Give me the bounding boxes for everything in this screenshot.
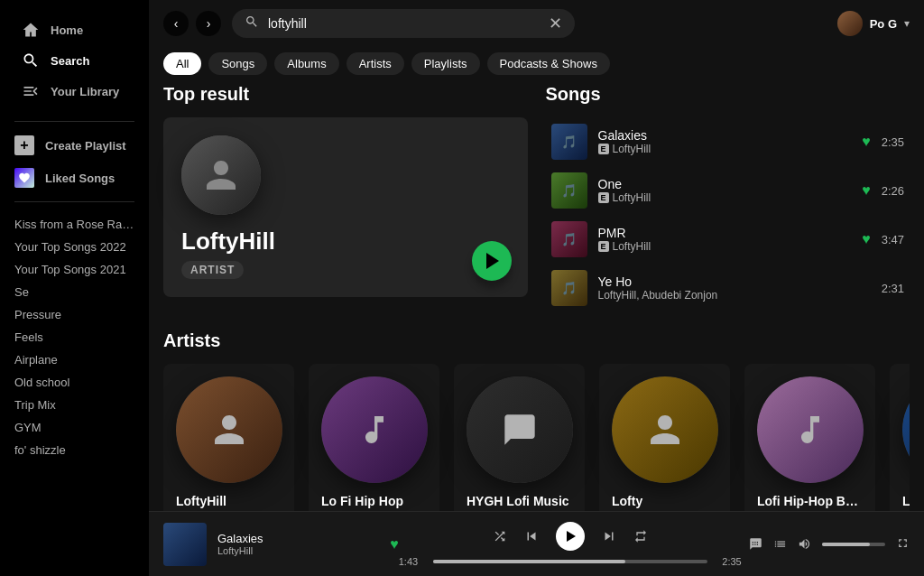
tab-songs[interactable]: Songs xyxy=(208,52,267,75)
liked-icon[interactable]: ♥ xyxy=(862,231,871,247)
top-result-section: Top result LoftyHill ARTIST xyxy=(163,84,528,312)
sidebar-item-home[interactable]: Home xyxy=(14,14,149,45)
top-result-type-badge: ARTIST xyxy=(181,261,244,279)
artist-card[interactable]: HYGH Lofi Music Artist xyxy=(454,364,585,511)
total-time: 2:35 xyxy=(715,556,742,567)
library-icon xyxy=(22,82,40,100)
playlist-item[interactable]: Airplane xyxy=(14,348,134,371)
search-input[interactable] xyxy=(268,16,540,31)
sidebar-item-search-label: Search xyxy=(51,54,89,68)
next-button[interactable] xyxy=(601,528,617,544)
artist-card[interactable]: Lo Fi Hip Hop Artist xyxy=(309,364,439,511)
user-name: Po G xyxy=(870,17,897,31)
song-name: Galaxies xyxy=(598,128,852,143)
playlist-item[interactable]: Trip Mix xyxy=(14,394,134,416)
create-playlist-icon: + xyxy=(14,135,34,155)
song-row[interactable]: 🎵 One E LoftyHill ♥ 2 xyxy=(546,166,910,215)
now-playing-left: Galaxies LoftyHill ♥ xyxy=(163,523,399,566)
previous-button[interactable] xyxy=(523,528,540,544)
fullscreen-button[interactable] xyxy=(896,536,910,553)
user-menu[interactable]: Po G ▾ xyxy=(837,11,910,36)
liked-icon[interactable]: ♥ xyxy=(862,182,871,199)
song-artist: LoftyHill, Abudebi Zonjon xyxy=(598,289,871,302)
playlist-item[interactable]: Kiss from a Rose Radio xyxy=(14,213,134,236)
artist-image xyxy=(467,376,573,483)
sidebar-item-library-label: Your Library xyxy=(51,85,119,98)
repeat-button[interactable] xyxy=(633,529,648,543)
artist-card[interactable]: LoftyHill Artist xyxy=(163,364,294,511)
artist-image xyxy=(176,376,282,483)
nav-arrows: ‹ › xyxy=(163,11,221,36)
artist-image xyxy=(902,376,910,483)
song-name: PMR xyxy=(598,226,852,240)
song-thumbnail: 🎵 xyxy=(551,124,587,160)
lyrics-button[interactable] xyxy=(749,537,762,551)
liked-icon[interactable]: ♥ xyxy=(862,134,871,150)
liked-songs-button[interactable]: Liked Songs xyxy=(0,162,149,194)
create-playlist-button[interactable]: + Create Playlist xyxy=(0,129,149,162)
search-clear-icon[interactable]: ✕ xyxy=(549,15,562,32)
song-thumbnail: 🎵 xyxy=(551,172,587,209)
playlist-item[interactable]: GYM xyxy=(14,416,134,439)
tab-all[interactable]: All xyxy=(163,52,201,75)
artist-name: LoftyHill xyxy=(176,494,282,508)
playlist-item[interactable]: Pressure xyxy=(14,303,134,326)
tab-artists[interactable]: Artists xyxy=(346,52,404,75)
artists-title: Artists xyxy=(163,330,910,351)
shuffle-button[interactable] xyxy=(493,529,507,543)
song-info: Ye Ho LoftyHill, Abudebi Zonjon xyxy=(598,274,871,302)
playlist-item[interactable]: Your Top Songs 2022 xyxy=(14,236,134,258)
playlist-item[interactable]: Feels xyxy=(14,326,134,348)
play-pause-button[interactable] xyxy=(556,522,585,551)
now-playing-liked-icon[interactable]: ♥ xyxy=(390,536,399,553)
explicit-badge: E xyxy=(598,144,609,154)
sidebar-item-library[interactable]: Your Library xyxy=(14,76,149,107)
artist-name: HYGH Lofi Music xyxy=(467,494,572,508)
back-button[interactable]: ‹ xyxy=(163,11,189,36)
tab-podcasts[interactable]: Podcasts & Shows xyxy=(487,52,610,75)
sidebar-divider-2 xyxy=(14,201,134,202)
playlist-item[interactable]: Old school xyxy=(14,371,134,394)
progress-track[interactable] xyxy=(433,560,707,563)
playlist-item[interactable]: fo' shizzle xyxy=(14,439,134,461)
volume-button[interactable] xyxy=(798,537,811,551)
song-artist: E LoftyHill xyxy=(598,143,852,155)
song-actions: ♥ 2:26 xyxy=(862,182,904,199)
playlist-item[interactable]: Your Top Songs 2021 xyxy=(14,258,134,281)
playback-controls xyxy=(493,522,648,551)
song-info: One E LoftyHill xyxy=(598,177,852,204)
song-row[interactable]: 🎵 Galaxies E LoftyHill ♥ xyxy=(546,117,910,166)
song-row[interactable]: 🎵 PMR E LoftyHill ♥ 3 xyxy=(546,215,910,264)
song-artist: E LoftyHill xyxy=(598,191,852,204)
artist-card[interactable]: Lofi Hip-Hop Beats Artist xyxy=(744,364,875,511)
song-artist-name: LoftyHill xyxy=(613,240,651,253)
play-icon xyxy=(567,531,576,542)
search-icon xyxy=(245,14,259,33)
top-result-card[interactable]: LoftyHill ARTIST xyxy=(163,117,528,297)
songs-title: Songs xyxy=(546,84,910,105)
artist-card[interactable]: Lofty Artist xyxy=(599,364,730,511)
sidebar-item-search[interactable]: Search xyxy=(14,45,149,76)
progress-bar: 1:43 2:35 xyxy=(399,556,742,567)
tab-albums[interactable]: Albums xyxy=(274,52,338,75)
artist-card[interactable]: Lofi Chillhop Gam... Artist xyxy=(890,364,910,511)
volume-track[interactable] xyxy=(822,543,885,546)
song-duration: 2:35 xyxy=(882,135,904,149)
user-dropdown-icon: ▾ xyxy=(904,17,910,30)
volume-fill xyxy=(822,543,870,546)
user-avatar xyxy=(837,11,863,36)
home-icon xyxy=(22,21,40,39)
song-actions: 2:31 xyxy=(882,282,904,295)
artist-name: Lofi Chillhop Gam... xyxy=(902,494,910,508)
song-thumbnail: 🎵 xyxy=(551,221,587,257)
create-playlist-label: Create Playlist xyxy=(45,139,126,153)
queue-button[interactable] xyxy=(773,537,787,551)
tab-playlists[interactable]: Playlists xyxy=(411,52,480,75)
songs-section: Songs 🎵 Galaxies E LoftyHill xyxy=(546,84,910,312)
playlist-item[interactable]: Se xyxy=(14,281,134,303)
song-row[interactable]: 🎵 Ye Ho LoftyHill, Abudebi Zonjon 2:31 xyxy=(546,264,910,312)
explicit-badge: E xyxy=(598,241,609,252)
top-result-play-button[interactable] xyxy=(472,241,512,281)
now-playing-center: 1:43 2:35 xyxy=(399,522,742,567)
forward-button[interactable]: › xyxy=(196,11,221,36)
